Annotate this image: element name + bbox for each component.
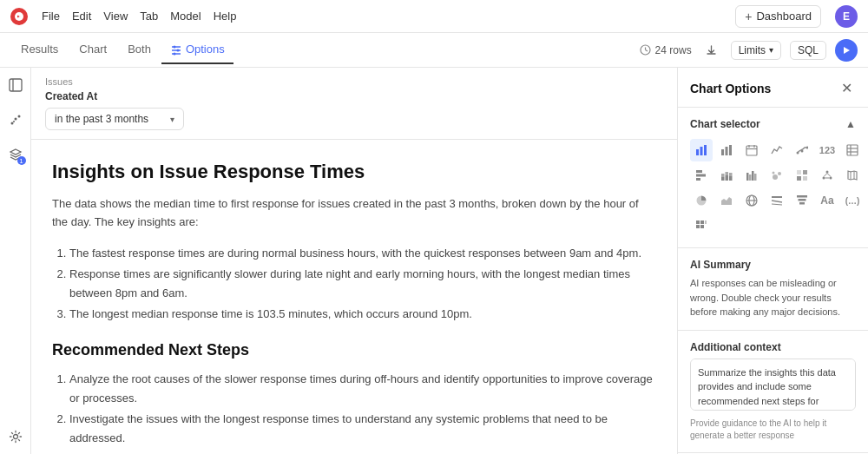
svg-point-58 — [830, 177, 832, 180]
chart-custom[interactable]: (…) — [841, 189, 864, 212]
sql-label: SQL — [798, 44, 819, 56]
chart-area[interactable] — [715, 189, 738, 212]
svg-rect-40 — [721, 174, 725, 177]
svg-rect-24 — [729, 145, 732, 155]
insight-item-2: Response times are significantly slower … — [69, 265, 656, 303]
chart-stacked[interactable] — [715, 164, 738, 187]
sidebar-panel-icon[interactable] — [5, 75, 26, 95]
sidebar-chart-icon[interactable] — [5, 109, 26, 130]
menu-view[interactable]: View — [103, 8, 128, 24]
dashboard-button[interactable]: + Dashboard — [735, 5, 821, 28]
panel-header: Chart Options ✕ — [678, 68, 868, 108]
svg-rect-36 — [696, 170, 702, 173]
chart-bar-2[interactable] — [715, 139, 738, 161]
svg-rect-71 — [799, 199, 806, 201]
chart-geo[interactable] — [740, 189, 763, 212]
tab-chart[interactable]: Chart — [69, 36, 117, 64]
filter-select-value: in the past 3 months — [55, 113, 148, 125]
sql-button[interactable]: SQL — [790, 41, 826, 60]
svg-rect-44 — [729, 173, 733, 176]
svg-rect-55 — [803, 176, 807, 181]
chart-funnel[interactable] — [791, 189, 813, 212]
menu-file[interactable]: File — [42, 8, 60, 24]
filter-chevron: ▾ — [170, 115, 174, 124]
menu-help[interactable]: Help — [214, 8, 237, 24]
additional-context-section: Additional context Summarize the insight… — [678, 331, 868, 453]
chart-sankey[interactable] — [766, 189, 788, 212]
main-layout: 1 Issues Created At in the past 3 months… — [0, 68, 868, 454]
chart-pie[interactable] — [690, 189, 713, 212]
svg-rect-25 — [746, 146, 757, 155]
user-avatar[interactable]: E — [835, 5, 858, 28]
insight-title: Insights on Issue Response Times — [52, 161, 656, 183]
svg-rect-46 — [749, 174, 752, 181]
chart-grid[interactable] — [690, 214, 713, 237]
svg-point-16 — [17, 115, 20, 118]
row-count-label: 24 rows — [655, 44, 692, 56]
next-step-3: Consider implementing an on-call or afte… — [69, 450, 656, 454]
chart-bar[interactable] — [690, 139, 713, 161]
svg-rect-12 — [10, 79, 22, 91]
chart-number[interactable]: 123 — [816, 139, 838, 161]
svg-line-59 — [824, 174, 827, 177]
content-area: Issues Created At in the past 3 months ▾… — [31, 68, 677, 454]
svg-rect-22 — [721, 149, 724, 155]
chart-network[interactable] — [816, 164, 838, 187]
svg-rect-70 — [797, 195, 807, 198]
download-button[interactable] — [700, 41, 722, 59]
svg-rect-39 — [721, 177, 725, 181]
run-button[interactable] — [835, 39, 858, 62]
filter-sub-label: Created At — [45, 90, 663, 102]
svg-rect-32 — [847, 145, 858, 155]
svg-point-6 — [173, 52, 175, 55]
tab-results[interactable]: Results — [10, 36, 69, 64]
tab-both[interactable]: Both — [117, 36, 161, 64]
svg-line-68 — [772, 201, 782, 202]
svg-point-57 — [823, 177, 825, 180]
tab-bar: Results Chart Both Options 24 rows Limit… — [0, 33, 868, 68]
right-panel: Chart Options ✕ Chart selector ▲ — [677, 68, 868, 454]
chart-scatter[interactable] — [791, 139, 813, 161]
context-hint: Provide guidance to the AI to help it ge… — [690, 418, 856, 442]
menu-model[interactable]: Model — [170, 8, 201, 24]
svg-marker-11 — [844, 47, 850, 54]
ai-summary-title: AI Summary — [690, 259, 856, 271]
svg-rect-52 — [797, 170, 801, 174]
limits-button[interactable]: Limits ▾ — [731, 41, 781, 60]
chart-table[interactable] — [841, 139, 864, 161]
chart-text[interactable]: Aa — [816, 189, 838, 212]
chart-bubble[interactable] — [766, 164, 788, 187]
svg-point-2 — [173, 45, 175, 48]
ai-warning-text: AI responses can be misleading or wrong.… — [690, 276, 856, 319]
clock-row-count: 24 rows — [640, 44, 692, 56]
chart-grouped[interactable] — [740, 164, 763, 187]
filters-bar: Issues Created At in the past 3 months ▾ — [31, 68, 677, 140]
chart-map[interactable] — [841, 164, 864, 187]
svg-rect-23 — [726, 147, 728, 155]
chart-heatmap[interactable] — [791, 164, 813, 187]
chart-line[interactable] — [766, 139, 788, 161]
sliders-icon — [170, 43, 182, 56]
svg-rect-38 — [696, 178, 700, 181]
svg-rect-42 — [726, 172, 729, 175]
chart-h-bar[interactable] — [690, 164, 713, 187]
svg-line-9 — [645, 50, 648, 52]
chart-calendar[interactable] — [740, 139, 763, 161]
plus-icon: + — [745, 10, 752, 23]
insight-intro: The data shows the median time to first … — [52, 195, 656, 232]
stats-bar: 24 rows Limits ▾ SQL — [640, 39, 858, 62]
sidebar-settings-icon[interactable] — [5, 426, 26, 447]
svg-rect-74 — [700, 220, 704, 224]
menu-edit[interactable]: Edit — [72, 8, 91, 24]
insight-item-3: The longest median response time is 103.… — [69, 305, 656, 324]
filter-group-label: Issues — [45, 76, 663, 87]
tab-options[interactable]: Options — [161, 36, 233, 64]
menu-tab[interactable]: Tab — [140, 8, 158, 24]
svg-rect-37 — [696, 174, 706, 177]
svg-point-17 — [13, 121, 15, 122]
filter-select[interactable]: in the past 3 months ▾ — [45, 108, 184, 130]
close-panel-button[interactable]: ✕ — [838, 78, 856, 98]
context-textarea[interactable]: Summarize the insights this data provide… — [690, 359, 856, 411]
sidebar-layers-icon[interactable]: 1 — [5, 144, 26, 165]
svg-rect-75 — [696, 225, 700, 228]
